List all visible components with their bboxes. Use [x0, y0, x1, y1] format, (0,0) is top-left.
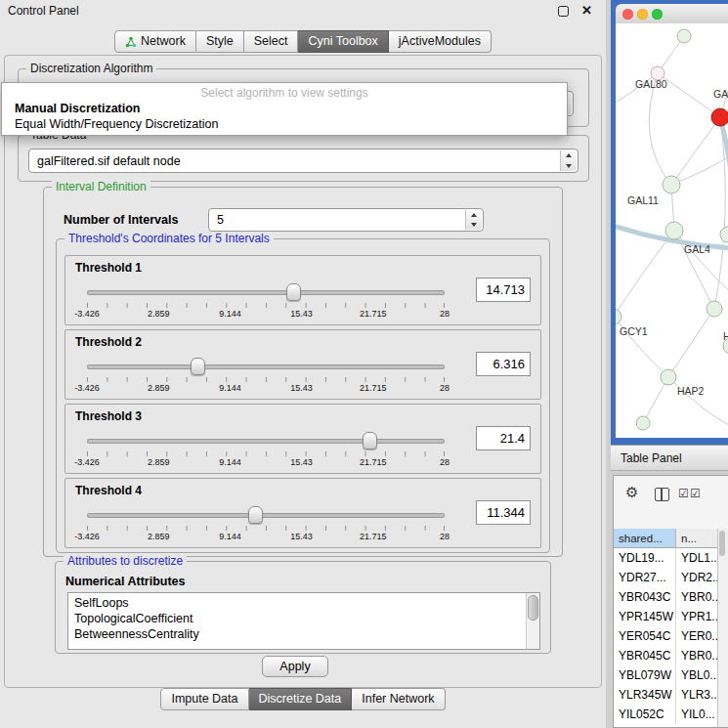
- threshold-slider[interactable]: -3.4262.8599.14415.4321.71528: [87, 281, 445, 321]
- table-row[interactable]: YIL052CYIL0...: [614, 705, 718, 724]
- threshold-value-box[interactable]: 14.713: [476, 278, 531, 302]
- slider-track[interactable]: [87, 513, 445, 518]
- threshold-panel-3: Threshold 3-3.4262.8599.14415.4321.71528…: [64, 404, 541, 474]
- slider-track[interactable]: [87, 439, 445, 444]
- table-row[interactable]: YLR345WYLR3...: [614, 685, 718, 705]
- table-row[interactable]: YER054CYER0...: [614, 626, 718, 646]
- table-row[interactable]: YPR145WYPR1...: [614, 607, 718, 626]
- mac-minimize-icon[interactable]: [637, 9, 648, 20]
- threshold-slider[interactable]: -3.4262.8599.14415.4321.71528: [87, 356, 445, 395]
- node-label: GAL4: [684, 243, 710, 255]
- dropdown-option[interactable]: Manual Discretization: [2, 101, 567, 116]
- attribute-list-item[interactable]: SelfLoops: [74, 595, 539, 611]
- close-icon[interactable]: ✕: [581, 3, 592, 18]
- dropdown-option[interactable]: Equal Width/Frequency Discretization: [2, 116, 567, 132]
- mac-close-icon[interactable]: [622, 9, 633, 20]
- attribute-list-item[interactable]: BetweennessCentrality: [74, 626, 539, 642]
- threshold-slider[interactable]: -3.4262.8599.14415.4321.71528: [87, 430, 445, 469]
- network-edge[interactable]: [616, 231, 674, 317]
- slider-track[interactable]: [87, 364, 445, 369]
- combo-stepper-icon[interactable]: [560, 150, 577, 171]
- threshold-value-box[interactable]: 6.316: [476, 352, 531, 376]
- table-row[interactable]: YBR045CYBR0...: [614, 646, 718, 665]
- bottom-tabbar: Impute DataDiscretize DataInfer Network: [0, 688, 606, 710]
- mac-zoom-icon[interactable]: [652, 9, 663, 20]
- table-data-combobox[interactable]: galFiltered.sif default node: [28, 149, 578, 173]
- attribute-list-item[interactable]: TopologicalCoefficient: [74, 611, 539, 626]
- dropdown-placeholder: Select algorithm to view settings: [2, 83, 567, 101]
- table-cell: YBL079W: [614, 665, 676, 685]
- tab-infer-network[interactable]: Infer Network: [352, 688, 445, 710]
- checkbox-icon[interactable]: ☑: [690, 487, 701, 500]
- network-node[interactable]: [663, 176, 680, 193]
- network-canvas[interactable]: GAL80GAL8GAL11GAL4GCY1HAP2H: [616, 23, 728, 438]
- column-header[interactable]: n...: [676, 529, 718, 548]
- network-node[interactable]: [616, 309, 621, 324]
- slider-thumb[interactable]: [286, 283, 301, 301]
- thresholds-group: Threshold's Coordinates for 5 Intervals …: [56, 238, 550, 553]
- tab-network[interactable]: Network: [114, 30, 196, 53]
- threshold-panel-2: Threshold 2-3.4262.8599.14415.4321.71528…: [64, 329, 541, 400]
- attributes-group: Attributes to discretize Numerical Attri…: [55, 561, 551, 654]
- threshold-slider[interactable]: -3.4262.8599.14415.4321.71528: [87, 504, 445, 543]
- table-cell: YBR043C: [614, 587, 676, 607]
- network-edge[interactable]: [671, 155, 728, 185]
- scale-label: -3.426: [74, 309, 100, 319]
- scale-label: -3.426: [74, 383, 100, 393]
- slider-scale: -3.4262.8599.14415.4321.71528: [87, 309, 445, 319]
- checkbox-icon[interactable]: ☑: [678, 487, 689, 500]
- number-of-intervals-label: Number of Intervals: [64, 213, 178, 227]
- list-scrollbar[interactable]: [526, 593, 539, 649]
- network-icon: [125, 36, 137, 48]
- network-edge[interactable]: [668, 309, 714, 377]
- column-header[interactable]: shared...: [614, 529, 676, 548]
- columns-icon[interactable]: [655, 488, 669, 501]
- threshold-value-box[interactable]: 11.344: [476, 500, 531, 525]
- network-graph[interactable]: GAL80GAL8GAL11GAL4GCY1HAP2H: [616, 23, 728, 438]
- network-node[interactable]: [677, 29, 691, 43]
- tab-jactivemodules[interactable]: jActiveModules: [389, 30, 492, 53]
- apply-button[interactable]: Apply: [262, 656, 328, 677]
- network-window-titlebar: [616, 4, 728, 24]
- scale-label: 15.43: [290, 532, 313, 541]
- table-row[interactable]: YDL19...YDL1...: [614, 548, 718, 568]
- table-cell: YER054C: [614, 626, 676, 646]
- control-panel-titlebar: Control Panel ✕: [0, 0, 606, 21]
- scrollbar-thumb[interactable]: [528, 595, 538, 621]
- discretization-algorithm-title: Discretization Algorithm: [26, 62, 156, 75]
- slider-track[interactable]: [87, 290, 445, 295]
- tab-impute-data[interactable]: Impute Data: [160, 688, 248, 710]
- tab-style[interactable]: Style: [196, 30, 244, 53]
- attributes-list[interactable]: SelfLoopsTopologicalCoefficientBetweenne…: [67, 592, 540, 650]
- slider-thumb[interactable]: [248, 506, 263, 524]
- network-node[interactable]: [665, 222, 683, 239]
- gear-icon[interactable]: ⚙: [625, 484, 638, 501]
- slider-thumb[interactable]: [363, 432, 377, 450]
- scrollbar-thumb[interactable]: [719, 531, 725, 556]
- tab-cyni-toolbox[interactable]: Cyni Toolbox: [298, 30, 388, 53]
- scale-label: 28: [440, 309, 450, 319]
- scale-label: 28: [440, 457, 450, 467]
- table-cell: YPR145W: [614, 607, 676, 626]
- network-edge[interactable]: [714, 117, 725, 309]
- network-node[interactable]: [707, 301, 722, 317]
- table-row[interactable]: YBL079WYBL0...: [614, 665, 718, 685]
- number-of-intervals-combobox[interactable]: 5: [208, 208, 484, 232]
- combo-stepper-icon[interactable]: [465, 210, 482, 230]
- network-node[interactable]: [711, 108, 728, 126]
- attributes-group-title: Attributes to discretize: [64, 554, 187, 568]
- float-window-icon[interactable]: [558, 6, 569, 17]
- network-edge[interactable]: [649, 73, 671, 185]
- network-node[interactable]: [661, 369, 676, 385]
- tab-discretize-data[interactable]: Discretize Data: [249, 688, 353, 710]
- table-row[interactable]: YDR27...YDR2...: [614, 568, 718, 587]
- table-row[interactable]: YBR043CYBR0...: [614, 587, 718, 607]
- table-scrollbar[interactable]: [717, 529, 728, 727]
- tab-select[interactable]: Select: [244, 30, 299, 53]
- network-node[interactable]: [720, 227, 728, 242]
- table-cell: YBR045C: [614, 646, 676, 665]
- scale-label: -3.426: [74, 457, 100, 467]
- slider-thumb[interactable]: [191, 358, 205, 375]
- network-node[interactable]: [636, 416, 650, 430]
- threshold-value-box[interactable]: 21.4: [476, 426, 531, 450]
